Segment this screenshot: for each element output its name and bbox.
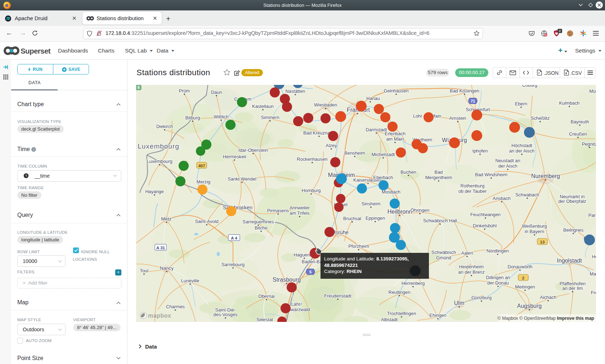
svg-text:der Donau: der Donau (487, 280, 509, 286)
svg-text:Sinsheim: Sinsheim (362, 201, 381, 206)
svg-text:Obernai: Obernai (258, 294, 275, 299)
svg-text:Hermeskeil: Hermeskeil (223, 154, 246, 159)
svg-text:5: 5 (138, 85, 140, 90)
svg-text:Ingolstadt: Ingolstadt (557, 258, 582, 264)
svg-text:Nancy: Nancy (160, 265, 174, 271)
svg-text:des-Vosges: des-Vosges (214, 312, 238, 317)
svg-text:13: 13 (540, 240, 545, 244)
svg-text:Trochtelfingen: Trochtelfingen (387, 311, 416, 316)
svg-text:Parsbe: Parsbe (588, 213, 596, 218)
svg-text:Toul: Toul (140, 268, 148, 273)
svg-text:Rockenhausen: Rockenhausen (297, 156, 327, 162)
svg-text:Öhringen: Öhringen (411, 208, 430, 213)
svg-text:Kulmbach: Kulmbach (559, 100, 580, 106)
svg-text:Wittlich: Wittlich (214, 114, 228, 119)
svg-text:2: 2 (522, 276, 524, 280)
svg-text:Alzey: Alzey (326, 143, 337, 148)
svg-text:Charmes: Charmes (166, 304, 185, 309)
svg-text:Meitingen: Meitingen (515, 284, 535, 290)
svg-text:Albstadt: Albstadt (381, 317, 398, 322)
svg-text:Eberbach: Eberbach (373, 175, 393, 180)
svg-text:Lahr/: Lahr/ (291, 301, 302, 307)
svg-text:in Bayern: in Bayern (525, 229, 544, 234)
svg-text:Beilngries: Beilngries (563, 227, 583, 233)
svg-text:Annweiler: Annweiler (290, 205, 310, 210)
svg-text:Aichach: Aichach (540, 295, 556, 300)
svg-text:Wiesbaden: Wiesbaden (314, 102, 337, 108)
svg-text:Günzburg: Günzburg (471, 295, 492, 300)
svg-text:Ulm: Ulm (454, 300, 464, 306)
svg-text:Dinkelsbühl: Dinkelsbühl (473, 223, 497, 228)
svg-text:Diekirch: Diekirch (156, 124, 173, 129)
svg-text:an der Ilm: an der Ilm (563, 286, 583, 291)
svg-text:Sélestat: Sélestat (256, 317, 273, 322)
svg-text:Ebern: Ebern (515, 101, 527, 106)
svg-text:Scheßlitz: Scheßlitz (531, 115, 550, 121)
svg-text:Feuchtwangen: Feuchtwangen (470, 212, 501, 217)
svg-text:Lunéville: Lunéville (181, 278, 200, 283)
svg-text:Mergentheim: Mergentheim (425, 175, 452, 180)
svg-text:Prüm: Prüm (179, 88, 190, 94)
svg-text:an der Brenz: an der Brenz (458, 269, 484, 275)
svg-text:Mair: Mair (590, 271, 596, 277)
svg-text:Aalen: Aalen (461, 250, 473, 256)
svg-text:Kastellaun: Kastellaun (252, 104, 274, 109)
svg-text:Iphofen: Iphofen (472, 148, 488, 154)
svg-text:Augsburg: Augsburg (517, 303, 542, 309)
svg-text:Saint-Avold: Saint-Avold (195, 219, 218, 224)
svg-text:Michelstadt: Michelstadt (372, 152, 395, 157)
svg-text:Luxembourg: Luxembourg (138, 142, 179, 150)
svg-text:Strasbourg: Strasbourg (273, 277, 301, 283)
svg-text:Bensheim: Bensheim (345, 150, 365, 156)
svg-text:Idar-Oberstein: Idar-Oberstein (238, 147, 268, 153)
svg-text:Gmünd: Gmünd (436, 255, 451, 260)
svg-text:Rothenburg: Rothenburg (461, 183, 485, 188)
svg-text:der Oberpfalz: der Oberpfalz (558, 199, 586, 204)
svg-text:Heilbronn: Heilbronn (387, 209, 412, 215)
svg-text:He: He (592, 254, 596, 259)
svg-text:A 4: A 4 (231, 236, 237, 240)
svg-text:am Main: am Main (386, 136, 404, 142)
svg-text:Freudenstadt: Freudenstadt (324, 293, 351, 299)
svg-text:Reutlingen: Reutlingen (388, 290, 410, 295)
svg-text:A 31: A 31 (156, 246, 165, 250)
svg-text:Pforzheim: Pforzheim (348, 244, 369, 249)
svg-text:Darmstadt: Darmstadt (366, 127, 387, 132)
svg-text:Gelnhausen: Gelnhausen (384, 88, 408, 94)
svg-text:ob der Tauber: ob der Tauber (458, 188, 487, 194)
svg-text:Simmern: Simmern (261, 115, 279, 120)
svg-text:Schwäbisch Hall: Schwäbisch Hall (423, 218, 457, 223)
svg-text:Bitburg: Bitburg (185, 115, 200, 120)
svg-text:Pirmasens: Pirmasens (267, 208, 289, 213)
svg-text:Erlenbach: Erlenbach (385, 131, 405, 136)
svg-text:Merzig: Merzig (197, 179, 210, 185)
svg-text:Eppingen: Eppingen (366, 215, 385, 221)
svg-text:407: 407 (198, 164, 205, 168)
svg-text:Bad Windsheim: Bad Windsheim (475, 172, 507, 177)
svg-text:Nastätten: Nastätten (286, 88, 305, 94)
svg-text:Neustadt an: Neustadt an (495, 158, 520, 163)
svg-text:Schwäbisch: Schwäbisch (431, 250, 456, 255)
svg-text:© Mapbox © OpenStreetMap Impro: © Mapbox © OpenStreetMap Improve this ma… (497, 316, 594, 321)
svg-text:Höchstadt: Höchstadt (511, 143, 532, 148)
svg-text:Bayreuth: Bayreuth (570, 119, 589, 124)
svg-text:Bruchsal: Bruchsal (343, 216, 361, 221)
svg-text:Ehingen: Ehingen (430, 313, 447, 318)
svg-text:mapbox: mapbox (148, 313, 171, 319)
svg-text:71: 71 (471, 99, 475, 103)
svg-text:Bad: Bad (435, 169, 443, 175)
svg-text:Bitche: Bitche (255, 225, 268, 231)
svg-text:Weißenburg: Weißenburg (522, 223, 547, 229)
svg-text:Nördlingen: Nördlingen (487, 248, 509, 254)
svg-text:Münc: Münc (589, 88, 596, 94)
svg-text:Sarreguemines: Sarreguemines (243, 219, 274, 224)
svg-text:Herrenberg: Herrenberg (402, 281, 425, 286)
svg-text:Ansbach: Ansbach (493, 196, 511, 201)
svg-text:Metz: Metz (161, 216, 172, 222)
svg-text:Schwabach: Schwabach (515, 192, 539, 197)
svg-text:Nuremberg: Nuremberg (531, 173, 560, 179)
svg-text:Luxembourg: Luxembourg (147, 159, 172, 164)
svg-text:Sarrebourg: Sarrebourg (221, 262, 245, 267)
svg-text:Hayange: Hayange (145, 189, 163, 194)
svg-text:Arnstein: Arnstein (449, 115, 466, 121)
